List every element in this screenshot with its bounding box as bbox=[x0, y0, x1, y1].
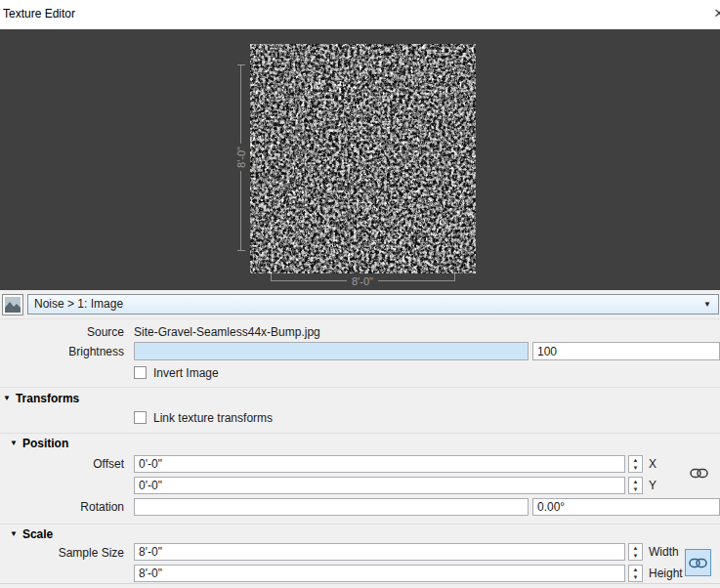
position-link-button[interactable] bbox=[689, 467, 709, 480]
offset-x-input[interactable] bbox=[134, 455, 625, 473]
height-dimension-tick-bottom bbox=[237, 250, 245, 251]
invert-image-checkbox[interactable] bbox=[134, 366, 147, 379]
scale-section-header[interactable]: ▼Scale bbox=[10, 527, 53, 541]
width-dimension-label: 8'-0" bbox=[347, 275, 378, 287]
sample-size-label: Sample Size bbox=[0, 544, 124, 562]
window-title: Texture Editor bbox=[3, 7, 75, 21]
height-dimension-label: 8'-0" bbox=[234, 144, 248, 171]
scale-link-button[interactable] bbox=[685, 549, 711, 576]
spinner-down-icon: ▼ bbox=[629, 485, 642, 493]
width-dimension-tick-right bbox=[454, 273, 455, 281]
divider bbox=[0, 387, 720, 388]
invert-image-label: Invert Image bbox=[153, 366, 219, 380]
collapse-triangle-icon: ▼ bbox=[3, 394, 11, 402]
link-icon bbox=[690, 468, 708, 479]
position-section-label: Position bbox=[22, 437, 68, 450]
height-dimension-tick-top bbox=[237, 64, 245, 65]
chevron-down-icon: ▼ bbox=[703, 295, 711, 314]
sample-width-input[interactable] bbox=[134, 543, 625, 561]
texture-preview-area: 8'-0" 8'-0" bbox=[0, 29, 720, 290]
divider bbox=[0, 583, 720, 584]
collapse-triangle-icon: ▼ bbox=[10, 439, 18, 447]
spinner-up-icon: ▲ bbox=[629, 478, 642, 485]
title-bar: Texture Editor ✕ bbox=[0, 0, 720, 29]
width-dimension-tick-left bbox=[271, 273, 272, 281]
link-texture-transforms-checkbox[interactable] bbox=[134, 411, 147, 424]
offset-y-axis-label: Y bbox=[649, 477, 656, 494]
rotation-display: 0.00° bbox=[532, 498, 720, 516]
sample-height-axis-label: Height bbox=[649, 565, 683, 582]
divider bbox=[0, 524, 720, 525]
layer-thumbnail-icon bbox=[2, 294, 23, 315]
rotation-label: Rotation bbox=[0, 498, 124, 516]
source-label: Source bbox=[0, 323, 124, 341]
sample-width-axis-label: Width bbox=[649, 543, 679, 561]
offset-y-input[interactable] bbox=[134, 477, 625, 494]
close-icon[interactable]: ✕ bbox=[710, 5, 720, 22]
spinner-down-icon: ▼ bbox=[629, 573, 642, 581]
layer-select-dropdown[interactable]: Noise > 1: Image ▼ bbox=[27, 294, 719, 315]
sample-height-input[interactable] bbox=[134, 565, 625, 582]
transforms-section-label: Transforms bbox=[16, 392, 79, 405]
layer-toolbar: Noise > 1: Image ▼ bbox=[0, 290, 720, 319]
link-icon bbox=[689, 558, 707, 568]
offset-label: Offset bbox=[0, 455, 124, 473]
spinner-up-icon: ▲ bbox=[629, 456, 642, 464]
brightness-slider-fill bbox=[135, 343, 528, 359]
brightness-slider[interactable] bbox=[134, 342, 529, 360]
transforms-section-header[interactable]: ▼Transforms bbox=[3, 392, 79, 405]
brightness-input[interactable] bbox=[532, 342, 720, 360]
offset-y-spinner[interactable]: ▲ ▼ bbox=[628, 477, 643, 494]
link-texture-transforms-label: Link texture transforms bbox=[153, 411, 273, 425]
spinner-down-icon: ▼ bbox=[629, 464, 642, 472]
source-value: Site-Gravel-Seamless44x-Bump.jpg bbox=[134, 323, 320, 341]
spinner-up-icon: ▲ bbox=[629, 544, 642, 552]
brightness-label: Brightness bbox=[0, 343, 124, 360]
sample-height-spinner[interactable]: ▲ ▼ bbox=[628, 565, 643, 582]
texture-preview-image bbox=[250, 44, 476, 273]
scale-section-label: Scale bbox=[22, 527, 53, 541]
offset-x-spinner[interactable]: ▲ ▼ bbox=[628, 455, 643, 473]
offset-x-axis-label: X bbox=[649, 455, 656, 473]
position-section-header[interactable]: ▼Position bbox=[10, 437, 68, 450]
rotation-input[interactable] bbox=[134, 498, 529, 516]
sample-width-spinner[interactable]: ▲ ▼ bbox=[628, 543, 643, 561]
spinner-up-icon: ▲ bbox=[629, 566, 642, 573]
layer-select-value: Noise > 1: Image bbox=[34, 297, 123, 311]
texture-editor-window: Texture Editor ✕ bbox=[0, 0, 720, 588]
spinner-down-icon: ▼ bbox=[629, 552, 642, 560]
texture-preview bbox=[250, 44, 476, 273]
collapse-triangle-icon: ▼ bbox=[10, 529, 18, 538]
divider bbox=[0, 433, 720, 434]
